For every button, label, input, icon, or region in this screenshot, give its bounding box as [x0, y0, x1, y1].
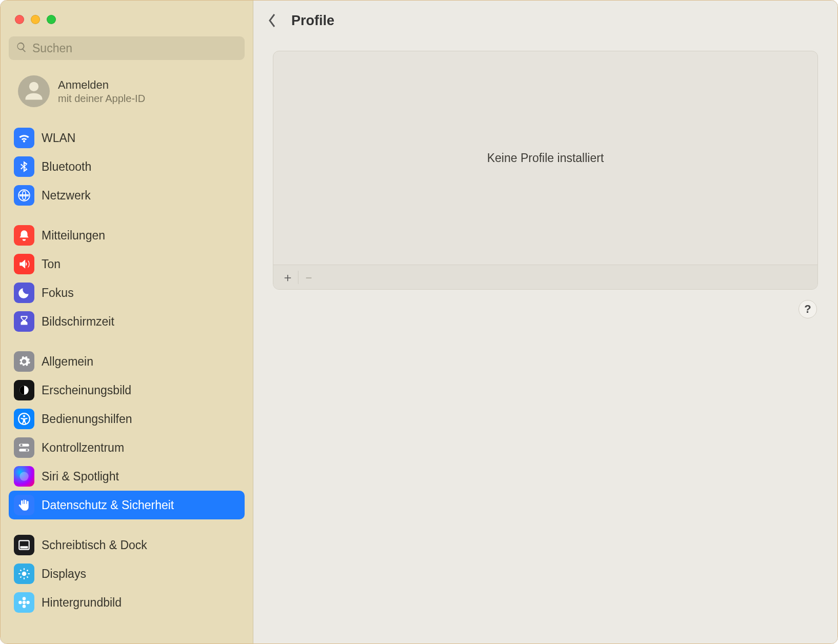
bluetooth-icon: [14, 156, 34, 177]
add-profile-button[interactable]: ＋: [277, 267, 298, 288]
svg-point-2: [23, 415, 25, 417]
dock-icon: [14, 535, 34, 555]
globe-icon: [14, 185, 34, 206]
sidebar-item-label: Datenschutz & Sicherheit: [42, 498, 174, 512]
svg-point-19: [23, 601, 26, 605]
profiles-empty-area: Keine Profile installiert: [273, 51, 817, 265]
signin-title: Anmelden: [58, 78, 145, 92]
sidebar-item-label: Fokus: [42, 286, 74, 300]
sidebar-item-label: Mitteilungen: [42, 229, 105, 243]
window-controls: [1, 4, 253, 29]
profiles-panel: Keine Profile installiert ＋ －: [273, 51, 818, 290]
hand-icon: [14, 495, 34, 515]
sidebar-item-dock[interactable]: Schreibtisch & Dock: [9, 531, 245, 559]
minimize-window-button[interactable]: [31, 15, 40, 24]
sun-icon: [14, 564, 34, 584]
sidebar-item-gear[interactable]: Allgemein: [9, 347, 245, 376]
remove-profile-button: －: [298, 267, 319, 288]
svg-point-22: [18, 601, 22, 605]
flower-icon: [14, 592, 34, 613]
main-content: Profile Keine Profile installiert ＋ － ?: [253, 1, 837, 643]
sidebar-item-globe[interactable]: Netzwerk: [9, 181, 245, 210]
sidebar-item-label: Netzwerk: [42, 189, 91, 203]
sidebar-item-label: WLAN: [42, 131, 75, 145]
sidebar-item-label: Bluetooth: [42, 160, 91, 174]
speaker-icon: [14, 254, 34, 274]
svg-point-21: [23, 605, 26, 608]
sidebar-item-speaker[interactable]: Ton: [9, 250, 245, 278]
profiles-footer: ＋ －: [273, 265, 817, 289]
sidebar-item-siri[interactable]: Siri & Spotlight: [9, 462, 245, 491]
moon-icon: [14, 283, 34, 303]
svg-line-15: [20, 570, 21, 571]
close-window-button[interactable]: [15, 15, 24, 24]
sidebar-item-flower[interactable]: Hintergrundbild: [9, 588, 245, 617]
sidebar-item-label: Bildschirmzeit: [42, 315, 114, 329]
sidebar: Anmelden mit deiner Apple-ID WLANBluetoo…: [1, 1, 253, 643]
siri-icon: [14, 466, 34, 487]
avatar-icon: [18, 75, 50, 107]
sidebar-item-label: Siri & Spotlight: [42, 470, 119, 484]
svg-line-18: [27, 570, 28, 571]
sidebar-item-label: Kontrollzentrum: [42, 441, 124, 455]
help-button[interactable]: ?: [799, 300, 817, 318]
maximize-window-button[interactable]: [47, 15, 56, 24]
sidebar-item-label: Hintergrundbild: [42, 596, 122, 610]
sidebar-item-wifi[interactable]: WLAN: [9, 124, 245, 152]
appearance-icon: [14, 380, 34, 400]
sidebar-item-hourglass[interactable]: Bildschirmzeit: [9, 307, 245, 336]
sidebar-item-label: Erscheinungsbild: [42, 384, 131, 397]
svg-point-23: [26, 601, 30, 605]
hourglass-icon: [14, 311, 34, 332]
svg-line-16: [27, 576, 28, 577]
sidebar-item-appearance[interactable]: Erscheinungsbild: [9, 376, 245, 405]
signin-subtitle: mit deiner Apple-ID: [58, 93, 145, 105]
sidebar-item-hand[interactable]: Datenschutz & Sicherheit: [9, 491, 245, 519]
search-input[interactable]: [32, 42, 237, 55]
svg-rect-9: [20, 546, 28, 548]
sidebar-item-label: Allgemein: [42, 355, 93, 369]
apple-id-signin[interactable]: Anmelden mit deiner Apple-ID: [1, 64, 253, 116]
search-field[interactable]: [9, 36, 245, 60]
sidebar-item-bluetooth[interactable]: Bluetooth: [9, 152, 245, 181]
sidebar-item-label: Ton: [42, 257, 61, 271]
search-icon: [16, 42, 27, 55]
sidebar-item-bell[interactable]: Mitteilungen: [9, 221, 245, 250]
sidebar-item-accessibility[interactable]: Bedienungshilfen: [9, 405, 245, 433]
bell-icon: [14, 225, 34, 246]
svg-point-6: [26, 449, 28, 451]
svg-point-4: [20, 444, 22, 446]
sidebar-item-label: Schreibtisch & Dock: [42, 538, 147, 552]
svg-point-10: [22, 572, 27, 576]
sidebar-item-sun[interactable]: Displays: [9, 559, 245, 588]
svg-point-20: [23, 597, 26, 600]
sidebar-nav: WLANBluetoothNetzwerkMitteilungenTonFoku…: [1, 116, 253, 643]
switches-icon: [14, 437, 34, 458]
wifi-icon: [14, 128, 34, 148]
gear-icon: [14, 351, 34, 372]
sidebar-item-switches[interactable]: Kontrollzentrum: [9, 433, 245, 462]
content-header: Profile: [253, 1, 837, 41]
sidebar-item-moon[interactable]: Fokus: [9, 278, 245, 307]
settings-window: Anmelden mit deiner Apple-ID WLANBluetoo…: [0, 0, 838, 644]
sidebar-item-label: Displays: [42, 567, 86, 581]
empty-message: Keine Profile installiert: [487, 151, 604, 165]
svg-line-17: [20, 576, 21, 577]
page-title: Profile: [291, 13, 334, 29]
svg-point-7: [19, 472, 28, 480]
sidebar-item-label: Bedienungshilfen: [42, 412, 132, 426]
accessibility-icon: [14, 409, 34, 429]
back-button[interactable]: [265, 13, 280, 28]
